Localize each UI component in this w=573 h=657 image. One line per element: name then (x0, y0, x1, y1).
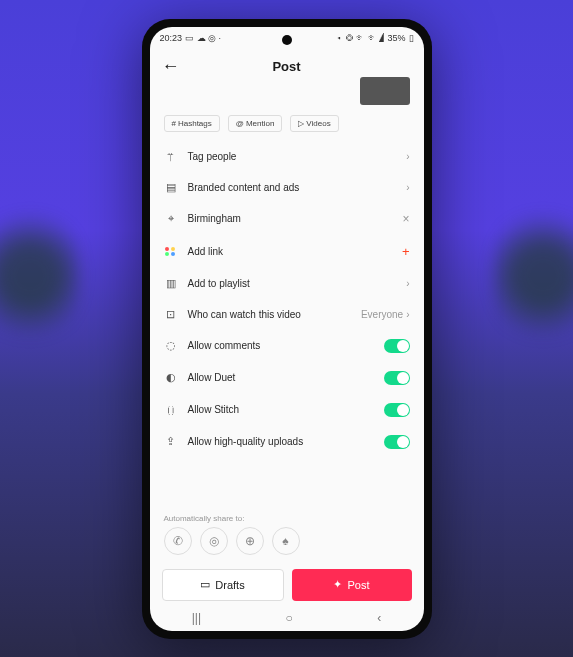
lock-icon: ⊡ (164, 308, 178, 321)
comments-row: ◌ Allow comments (164, 330, 410, 362)
mention-chip[interactable]: @Mention (228, 115, 283, 132)
row-label: Branded content and ads (188, 182, 397, 193)
snapchat-icon: ♠ (282, 534, 288, 548)
camera-cutout (282, 35, 292, 45)
briefcase-icon: ▤ (164, 181, 178, 194)
chevron-right-icon: › (406, 182, 409, 193)
playlist-icon: ▥ (164, 277, 178, 290)
row-label: Add link (188, 246, 392, 257)
person-icon: ⍡ (164, 151, 178, 163)
branded-content-row[interactable]: ▤ Branded content and ads › (164, 172, 410, 203)
row-label: Allow high-quality uploads (188, 436, 374, 447)
location-row[interactable]: ⌖ Birmingham × (164, 203, 410, 235)
status-battery: 35% (387, 33, 405, 43)
privacy-row[interactable]: ⊡ Who can watch this video Everyone › (164, 299, 410, 330)
screen: 20:23 ▭ ☁ ◎ · ◂ ⦾ ᯤ ᯤ ◢ 35% ▯ ← Post #Ha… (150, 27, 424, 631)
add-link-row[interactable]: Add link + (164, 235, 410, 268)
comment-icon: ◌ (164, 339, 178, 352)
post-button[interactable]: ✦ Post (292, 569, 412, 601)
video-thumbnail[interactable] (360, 77, 410, 105)
drafts-icon: ▭ (200, 578, 210, 591)
share-icons-row: ✆ ◎ ⊕ ♠ (150, 527, 424, 563)
videos-chip[interactable]: ▷Videos (290, 115, 338, 132)
stitch-toggle[interactable] (384, 403, 410, 417)
instagram-share[interactable]: ◎ (200, 527, 228, 555)
sparkle-icon: ✦ (333, 578, 342, 591)
stitch-row: ⟮⟯ Allow Stitch (164, 394, 410, 426)
link-icon (164, 247, 178, 256)
instagram-icon: ◎ (209, 534, 219, 548)
tag-people-row[interactable]: ⍡ Tag people › (164, 142, 410, 172)
page-title: Post (272, 59, 300, 74)
comments-toggle[interactable] (384, 339, 410, 353)
chevron-right-icon: › (406, 278, 409, 289)
stitch-icon: ⟮⟯ (164, 404, 178, 416)
battery-icon: ▯ (409, 33, 414, 43)
chevron-right-icon: › (406, 309, 409, 320)
duet-icon: ◐ (164, 371, 178, 384)
whatsapp-icon: ✆ (173, 534, 183, 548)
share-hint: Automatically share to: (150, 508, 424, 527)
post-label: Post (347, 579, 369, 591)
back-button[interactable]: ← (162, 56, 180, 77)
hashtags-chip[interactable]: #Hashtags (164, 115, 220, 132)
upload-icon: ⇪ (164, 435, 178, 448)
phone-frame: 20:23 ▭ ☁ ◎ · ◂ ⦾ ᯤ ᯤ ◢ 35% ▯ ← Post #Ha… (142, 19, 432, 639)
stories-share[interactable]: ⊕ (236, 527, 264, 555)
hq-toggle[interactable] (384, 435, 410, 449)
play-icon: ▷ (298, 119, 304, 128)
location-pin-icon: ⌖ (164, 212, 178, 225)
snapchat-share[interactable]: ♠ (272, 527, 300, 555)
chevron-right-icon: › (406, 151, 409, 162)
row-label: Allow Duet (188, 372, 374, 383)
playlist-row[interactable]: ▥ Add to playlist › (164, 268, 410, 299)
row-label: Who can watch this video (188, 309, 351, 320)
status-signal-icon: ◂ ⦾ ᯤ ᯤ ◢ (337, 33, 384, 43)
row-label: Tag people (188, 151, 397, 162)
hq-uploads-row: ⇪ Allow high-quality uploads (164, 426, 410, 458)
status-time: 20:23 (160, 33, 183, 43)
privacy-value: Everyone (361, 309, 403, 320)
row-label: Birmingham (188, 213, 393, 224)
duet-row: ◐ Allow Duet (164, 362, 410, 394)
whatsapp-share[interactable]: ✆ (164, 527, 192, 555)
at-icon: @ (236, 119, 244, 128)
recent-apps-button[interactable]: ||| (192, 611, 201, 625)
close-icon[interactable]: × (402, 212, 409, 226)
footer: ▭ Drafts ✦ Post (150, 563, 424, 605)
row-label: Allow Stitch (188, 404, 374, 415)
home-button[interactable]: ○ (286, 611, 293, 625)
row-label: Allow comments (188, 340, 374, 351)
row-label: Add to playlist (188, 278, 397, 289)
duet-toggle[interactable] (384, 371, 410, 385)
drafts-button[interactable]: ▭ Drafts (162, 569, 284, 601)
plus-icon: + (402, 244, 410, 259)
drafts-label: Drafts (215, 579, 244, 591)
android-navbar: ||| ○ ‹ (150, 605, 424, 631)
back-nav-button[interactable]: ‹ (377, 611, 381, 625)
settings-list: ⍡ Tag people › ▤ Branded content and ads… (150, 142, 424, 508)
stories-icon: ⊕ (245, 534, 255, 548)
status-notif-icon: ▭ ☁ ◎ · (185, 33, 221, 43)
hash-icon: # (172, 119, 176, 128)
